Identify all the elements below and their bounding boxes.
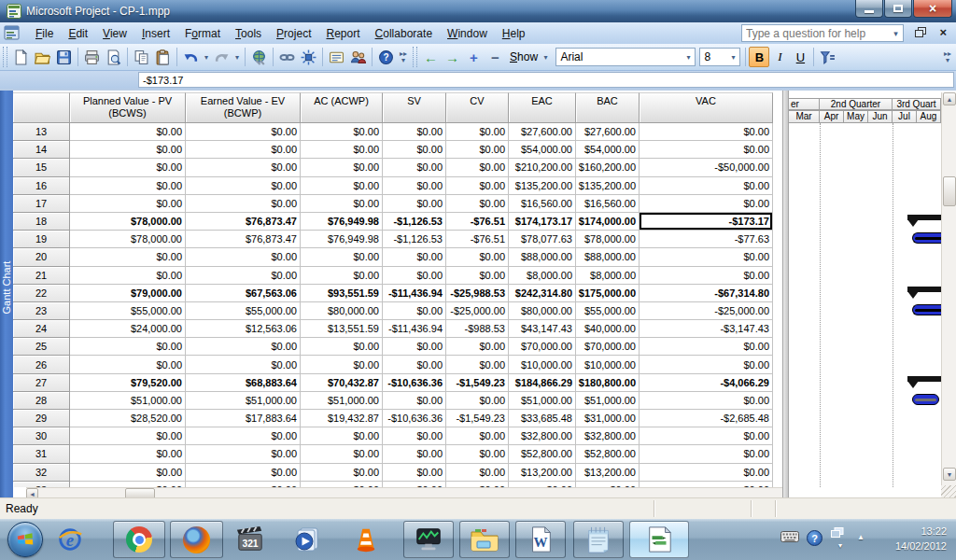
row-number[interactable]: 22 (13, 285, 70, 302)
table-cell[interactable]: $0.00 (70, 177, 186, 195)
table-cell[interactable]: $12,563.06 (186, 320, 301, 338)
row-number[interactable]: 27 (13, 374, 70, 392)
table-cell[interactable]: $0.00 (186, 195, 301, 213)
table-cell[interactable]: $70,000.00 (509, 338, 576, 356)
table-cell[interactable]: $27,600.00 (576, 123, 640, 141)
table-cell[interactable]: $0.00 (70, 445, 186, 463)
task-notes-button[interactable] (326, 47, 347, 68)
row-number[interactable]: 29 (13, 410, 70, 427)
table-cell[interactable]: $0.00 (383, 267, 446, 285)
close-button[interactable]: × (913, 0, 952, 18)
table-cell[interactable]: $0.00 (301, 123, 383, 141)
table-cell[interactable]: $160,200.00 (576, 159, 640, 176)
column-header[interactable]: VAC (640, 92, 773, 123)
vertical-scrollbar[interactable]: ▲ ▼ (941, 92, 956, 487)
menu-edit[interactable]: Edit (61, 24, 95, 43)
table-cell[interactable]: $79,000.00 (70, 285, 186, 302)
table-cell[interactable]: $0.00 (301, 267, 383, 285)
toolbar2-drag-handle[interactable] (413, 47, 417, 67)
row-number[interactable]: 21 (13, 267, 70, 285)
table-cell[interactable]: $0.00 (70, 248, 186, 266)
copy-button[interactable] (131, 47, 152, 68)
table-cell[interactable]: $0.00 (446, 267, 509, 285)
save-button[interactable] (53, 47, 75, 68)
table-cell[interactable]: $32,800.00 (509, 427, 576, 445)
table-cell[interactable]: $0.00 (640, 177, 773, 195)
word-button[interactable]: W (515, 521, 566, 558)
table-cell[interactable]: $0.00 (640, 392, 773, 410)
table-cell[interactable]: $0.00 (186, 356, 301, 373)
table-cell[interactable]: $70,000.00 (576, 338, 640, 356)
table-cell[interactable]: $184,866.29 (509, 374, 576, 392)
menu-window[interactable]: Window (440, 24, 495, 43)
table-cell[interactable]: $28,520.00 (70, 410, 186, 427)
table-cell[interactable]: $0.00 (640, 195, 773, 213)
column-header[interactable]: BAC (576, 92, 640, 123)
table-cell[interactable]: $0.00 (383, 427, 446, 445)
table-cell[interactable]: $0.00 (446, 141, 509, 159)
table-cell[interactable]: $0.00 (70, 338, 186, 356)
table-cell[interactable]: $0.00 (383, 302, 446, 320)
table-cell[interactable]: $0.00 (383, 195, 446, 213)
show-menu-button[interactable]: Show ▾ (506, 49, 554, 65)
table-cell[interactable]: $0.00 (640, 123, 773, 141)
table-cell[interactable]: $0.00 (186, 248, 301, 266)
vlc-icon[interactable] (347, 525, 385, 554)
new-file-button[interactable] (10, 47, 32, 68)
chevron-down-icon[interactable]: ▾ (889, 29, 903, 38)
table-cell[interactable]: $0.00 (446, 392, 509, 410)
start-button[interactable] (7, 522, 43, 557)
table-cell[interactable]: $13,551.59 (301, 320, 383, 338)
table-cell[interactable]: $180,800.00 (576, 374, 640, 392)
doc-restore-button[interactable] (915, 27, 926, 37)
table-cell[interactable]: $76,873.47 (186, 231, 301, 248)
table-cell[interactable]: -$25,000.00 (446, 302, 509, 320)
table-cell[interactable]: $33,685.48 (509, 410, 576, 427)
row-number[interactable]: 25 (13, 338, 70, 356)
show-hidden-icons-button[interactable]: ▲ (857, 533, 865, 541)
table-cell[interactable]: $78,000.00 (576, 231, 640, 248)
table-cell[interactable]: -$10,636.36 (383, 374, 446, 392)
table-cell[interactable]: -$77.63 (640, 231, 773, 248)
media-player-classic-icon[interactable]: 321 (232, 525, 269, 554)
table-cell[interactable]: $0.00 (186, 267, 301, 285)
table-cell[interactable]: $54,000.00 (509, 141, 576, 159)
table-cell[interactable]: $0.00 (446, 464, 509, 482)
redo-button[interactable] (211, 47, 232, 68)
menu-help[interactable]: Help (495, 24, 533, 43)
row-number[interactable]: 14 (13, 141, 70, 159)
table-cell[interactable]: $0.00 (301, 445, 383, 463)
help-button[interactable]: ? (375, 47, 397, 68)
table-cell[interactable]: $54,000.00 (576, 141, 640, 159)
table-cell[interactable]: -$25,000.00 (640, 302, 773, 320)
table-cell[interactable]: -$988.53 (446, 320, 509, 338)
table-cell[interactable]: -$2,685.48 (640, 410, 773, 427)
scroll-down-arrow[interactable]: ▼ (943, 468, 956, 481)
table-cell[interactable]: $0.00 (70, 356, 186, 373)
select-all-corner[interactable] (13, 92, 70, 123)
help-search-box[interactable]: ▾ (741, 24, 904, 42)
table-cell[interactable]: $0.00 (383, 356, 446, 373)
table-cell[interactable]: $43,147.43 (509, 320, 576, 338)
row-number[interactable]: 26 (13, 356, 70, 373)
menu-view[interactable]: View (95, 24, 134, 43)
table-cell[interactable]: $51,000.00 (509, 392, 576, 410)
table-cell[interactable]: $0.00 (186, 427, 301, 445)
row-number[interactable]: 31 (13, 445, 70, 463)
table-cell[interactable]: $0.00 (186, 123, 301, 141)
row-number[interactable]: 24 (13, 320, 70, 338)
minimize-button[interactable] (855, 0, 883, 18)
table-cell[interactable]: $0.00 (383, 392, 446, 410)
table-cell[interactable]: $78,077.63 (509, 231, 576, 248)
table-cell[interactable]: $0.00 (640, 248, 773, 266)
explorer-button[interactable] (459, 521, 510, 558)
table-cell[interactable]: -$1,549.23 (446, 374, 509, 392)
scroll-up-arrow[interactable]: ▲ (943, 92, 956, 105)
table-cell[interactable]: $51,000.00 (186, 392, 301, 410)
table-cell[interactable]: $19,432.87 (301, 410, 383, 427)
row-number[interactable]: 16 (13, 177, 70, 195)
table-cell[interactable]: $55,000.00 (186, 302, 301, 320)
window-tray-icon[interactable] (831, 527, 844, 539)
table-cell[interactable]: $51,000.00 (576, 392, 640, 410)
table-cell[interactable]: $0.00 (70, 141, 186, 159)
